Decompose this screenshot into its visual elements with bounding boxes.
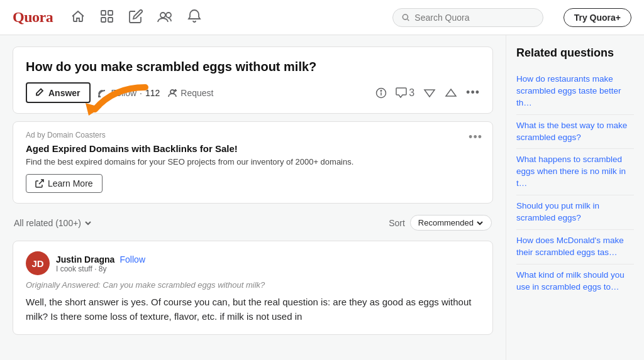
question-card: How do you make scrambled eggs without m…: [13, 46, 493, 114]
main-layout: How do you make scrambled eggs without m…: [0, 35, 644, 360]
related-question-item[interactable]: How do restaurants make scrambled eggs t…: [516, 68, 634, 115]
ad-card: Ad by Domain Coasters ••• Aged Expired D…: [13, 121, 493, 204]
svg-rect-0: [101, 11, 106, 15]
sort-label: Sort: [389, 218, 405, 228]
svg-rect-1: [108, 11, 113, 15]
more-options-icon[interactable]: •••: [466, 86, 480, 99]
answer-card: JD Justin Dragna Follow I cook stuff · 8…: [13, 241, 493, 335]
content-area: How do you make scrambled eggs without m…: [0, 35, 506, 360]
learn-more-button[interactable]: Learn More: [26, 174, 103, 193]
chevron-down-icon: [84, 219, 92, 227]
ad-label: Ad by Domain Coasters: [26, 131, 480, 139]
svg-point-4: [160, 13, 165, 18]
all-related-filter[interactable]: All related (100+): [14, 218, 92, 228]
answer-author: JD Justin Dragna Follow I cook stuff · 8…: [26, 251, 480, 275]
author-name[interactable]: Justin Dragna: [56, 254, 114, 265]
author-info: Justin Dragna Follow I cook stuff · 8y: [56, 254, 145, 273]
header: Quora Try Quora+: [0, 0, 644, 35]
ad-description: Find the best expired domains for your S…: [26, 156, 480, 168]
svg-rect-3: [108, 18, 113, 22]
svg-point-6: [402, 14, 408, 19]
search-input[interactable]: [414, 13, 533, 23]
svg-point-7: [98, 95, 99, 97]
main-nav: [70, 9, 201, 26]
related-questions-list: How do restaurants make scrambled eggs t…: [516, 68, 634, 298]
ad-title: Aged Expired Domains with Backlinks for …: [26, 143, 480, 154]
answer-text: Well, the short answer is yes. Of course…: [26, 295, 480, 324]
ad-more-button[interactable]: •••: [469, 131, 482, 144]
question-title: How do you make scrambled eggs without m…: [26, 58, 480, 75]
search-icon: [402, 13, 410, 22]
sidebar: Related questions How do restaurants mak…: [506, 35, 644, 360]
chevron-down-icon: [476, 219, 484, 227]
downvote-icon[interactable]: [423, 87, 436, 99]
question-actions: Answer Follow · 112 Request: [26, 82, 480, 103]
svg-point-5: [166, 13, 171, 18]
rss-icon: [98, 89, 108, 97]
filter-row: All related (100+) Sort Recommended: [13, 210, 493, 236]
author-bio: I cook stuff · 8y: [56, 265, 145, 273]
sort-section: Sort Recommended: [389, 215, 492, 231]
related-question-item[interactable]: What happens to scrambled eggs when ther…: [516, 149, 634, 195]
home-icon[interactable]: [70, 9, 86, 26]
related-question-item[interactable]: What is the best way to make scrambled e…: [516, 115, 634, 150]
originally-answered: Originally Answered: Can you make scramb…: [26, 280, 480, 290]
request-button[interactable]: Request: [167, 88, 213, 98]
svg-rect-2: [101, 18, 106, 22]
try-quora-plus-button[interactable]: Try Quora+: [564, 8, 631, 27]
related-question-item[interactable]: Should you put milk in scrambled eggs?: [516, 195, 634, 230]
notifications-icon[interactable]: [187, 9, 201, 26]
edit-answer-icon: [36, 87, 45, 98]
svg-marker-14: [86, 103, 101, 116]
search-bar[interactable]: [392, 8, 543, 27]
svg-point-13: [380, 90, 382, 91]
write-icon[interactable]: [128, 9, 143, 26]
feed-icon[interactable]: [99, 9, 114, 26]
related-question-item[interactable]: What kind of milk should you use in scra…: [516, 265, 634, 298]
answer-button[interactable]: Answer: [26, 82, 91, 103]
upvote-icon[interactable]: [445, 87, 457, 99]
recommended-sort-button[interactable]: Recommended: [410, 215, 492, 231]
related-question-item[interactable]: How does McDonald's make their scrambled…: [516, 230, 634, 265]
info-icon[interactable]: [375, 87, 387, 99]
follow-button[interactable]: Follow · 112: [98, 88, 160, 98]
related-questions-title: Related questions: [516, 46, 634, 60]
comment-icon[interactable]: 3: [396, 87, 414, 99]
spaces-icon[interactable]: [157, 9, 174, 26]
request-icon: [167, 89, 177, 97]
avatar: JD: [26, 251, 50, 275]
quora-logo[interactable]: Quora: [13, 9, 53, 26]
author-follow-button[interactable]: Follow: [120, 254, 145, 265]
action-icons: 3 •••: [375, 86, 480, 99]
external-link-icon: [35, 179, 44, 188]
